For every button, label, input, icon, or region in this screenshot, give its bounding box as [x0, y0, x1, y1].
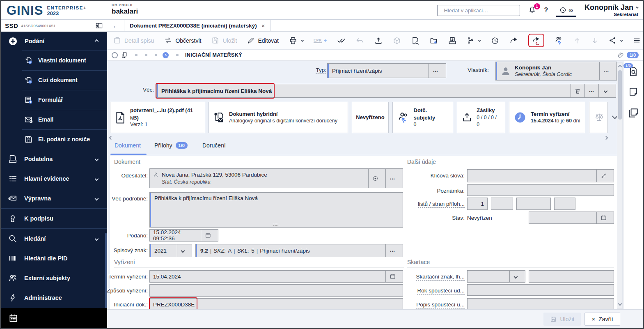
user-menu[interactable]: Konopník Jan Sekretariát [584, 4, 638, 17]
edit-button[interactable]: Editovat [247, 37, 279, 44]
approve-button[interactable] [337, 36, 346, 45]
odesilatel-view-button[interactable] [368, 169, 382, 188]
global-search[interactable] [437, 5, 520, 16]
scrollbar-thumb[interactable] [618, 70, 622, 120]
podano-calendar-button[interactable] [201, 230, 215, 241]
vec-expand-button[interactable] [598, 84, 612, 97]
print-button[interactable] [289, 37, 303, 45]
detail-spisu-button[interactable]: Detail spisu [113, 37, 154, 44]
termin-calendar-button[interactable] [385, 271, 399, 282]
attachment-preview-button[interactable]: 1/0 [628, 67, 638, 78]
workflow-button[interactable] [467, 37, 481, 44]
vlastnik-field[interactable]: Konopník Jan Sekretariát, Škola Gordic [495, 62, 617, 81]
document-tab[interactable]: Dokument PREZX000D38E (iniciační) (mateř… [124, 20, 271, 31]
rok-field[interactable] [467, 284, 614, 296]
session-timer[interactable]: ∞ [556, 4, 576, 17]
subjects-card[interactable]: Dotč. subjekty 0 [392, 102, 453, 133]
sidebar-item-hledani[interactable]: Hledání [1, 229, 107, 248]
scroll-left-icon[interactable] [109, 136, 113, 140]
spisovy-detail-field[interactable]: 9.2 | SKZ:A | SKL:5 | Přijmací řízení/zá… [195, 244, 403, 257]
tab-dokument[interactable]: Dokument [115, 142, 141, 149]
typ-more-button[interactable] [429, 64, 442, 78]
sidebar-item-hlavni-evidence[interactable]: Hlavní evidence [1, 169, 107, 189]
skartacni-field-2[interactable] [529, 270, 614, 283]
attachment-card[interactable]: potvrzeni_...iu (2).pdf (41 kB) Verzí: 1 [110, 102, 205, 133]
sidebar-item-externi-subjekty[interactable]: Externí subjekty [1, 268, 107, 288]
listu-field-2[interactable] [491, 198, 513, 210]
sidebar-item-k-podpisu[interactable]: K podpisu [1, 209, 107, 228]
note-button[interactable] [628, 87, 638, 99]
sidebar-item-vlastni-dokument[interactable]: Vlastní dokument [1, 51, 107, 70]
sidebar-item-el-podani[interactable]: El. podání z nosiče [1, 129, 107, 149]
notifications-button[interactable]: 1 [528, 6, 536, 15]
listu-field-3[interactable] [516, 198, 551, 210]
typ-field[interactable]: Přijmací řízení/zápis [327, 63, 446, 78]
history-button[interactable] [491, 37, 499, 45]
refresh-button[interactable]: Občerstvit [164, 37, 201, 44]
partial-card[interactable] [589, 102, 608, 133]
hybrid-document-card[interactable]: Dokument hybridní Analogový originál s d… [209, 102, 348, 133]
sidebar-item-formular[interactable]: Formulář [1, 90, 107, 110]
shipments-card[interactable]: Zásilky 0 / 0 / 0 / 0 [457, 102, 505, 133]
forward-with-history-button-highlighted[interactable] [528, 34, 544, 47]
toolbar-menu-button[interactable] [633, 37, 641, 44]
sidebar-item-vypravna[interactable]: Výpravna [1, 189, 107, 208]
document-settings-button[interactable] [411, 37, 419, 45]
tab-prilohy[interactable]: Přílohy 1/0 [154, 142, 188, 149]
sidebar-item-cizi-dokument[interactable]: Cizí dokument [1, 70, 107, 90]
back-button[interactable]: ← [107, 22, 124, 29]
odesilatel-more-button[interactable] [385, 169, 399, 188]
listu-field-1[interactable]: 1 [467, 198, 488, 210]
spisovy-rok-chevron[interactable] [177, 244, 188, 257]
related-subjects-button[interactable] [555, 36, 563, 45]
upload-button[interactable] [374, 37, 383, 45]
klicova-edit-button[interactable] [596, 170, 610, 182]
sidebar-item-podatelna[interactable]: Podatelna [1, 149, 107, 169]
sidebar-item-administrace[interactable]: Administrace [1, 288, 107, 308]
forward-button[interactable] [509, 36, 518, 45]
iniciacni-field[interactable]: PREZX000D38E [149, 298, 403, 311]
termin-field[interactable]: 15.04.2024 [149, 270, 403, 283]
spisovy-rok-select[interactable]: 2021 [149, 244, 192, 257]
podano-field[interactable]: 15.02.2024 09:52:36 [149, 229, 218, 242]
notes-stack-button[interactable] [628, 108, 639, 120]
sidebar-item-podani[interactable]: Podání [1, 32, 107, 51]
klicova-field[interactable] [467, 169, 614, 182]
help-button[interactable]: ? [544, 7, 548, 14]
state-card[interactable]: Nevyřízeno [352, 102, 389, 133]
skartacni-select[interactable] [467, 270, 525, 283]
scroll-down-icon[interactable] [618, 302, 622, 306]
collapse-sidebar-icon[interactable] [96, 23, 103, 29]
return-button[interactable] [356, 37, 364, 45]
add-to-folder-button[interactable] [430, 37, 438, 45]
vec-podrobne-textarea[interactable]: Přihláška k přijímacímu řízení Eliška No… [149, 192, 403, 228]
vec-field[interactable]: Přihláška k přijímacímu řízení Eliška No… [156, 84, 616, 98]
vec-delete-button[interactable] [571, 84, 584, 97]
sidebar-item-hledani-pid[interactable]: Hledání dle PID [1, 248, 107, 268]
stav-date-field[interactable] [529, 212, 614, 224]
odesilatel-field[interactable]: Nová Jana, Pražská 129, 53006 Pardubice … [149, 168, 403, 188]
calendar-icon[interactable] [9, 313, 18, 323]
share-button[interactable] [609, 37, 623, 44]
vlastnik-more-button[interactable] [599, 62, 613, 80]
sidebar-item-email[interactable]: Email [1, 110, 107, 129]
stav-calendar-button[interactable] [596, 212, 610, 223]
move-up-button[interactable] [573, 37, 581, 44]
save-button[interactable]: Uložit [211, 37, 237, 44]
close-tab-icon[interactable]: × [261, 22, 265, 29]
tab-doruceni[interactable]: Doručení [202, 142, 226, 149]
scroll-up-icon[interactable] [618, 65, 622, 69]
vertical-scrollbar[interactable] [617, 62, 623, 309]
search-input[interactable] [444, 7, 516, 14]
epk-button[interactable]: EPK+ [314, 38, 327, 44]
resize-grip[interactable] [273, 224, 279, 226]
scroll-right-icon[interactable] [604, 136, 608, 140]
vec-more-button[interactable] [584, 84, 598, 97]
deadline-card[interactable]: Termín vyřízení 15.4.2024 to je 60 dní [509, 102, 585, 133]
spisovy-more-button[interactable] [385, 244, 399, 257]
popis-field[interactable] [467, 298, 614, 310]
skartacni-chevron[interactable] [509, 271, 522, 282]
insert-document-button[interactable] [448, 37, 456, 45]
attachments-badge[interactable]: 1/0 [627, 52, 639, 58]
move-down-button[interactable] [591, 37, 598, 44]
